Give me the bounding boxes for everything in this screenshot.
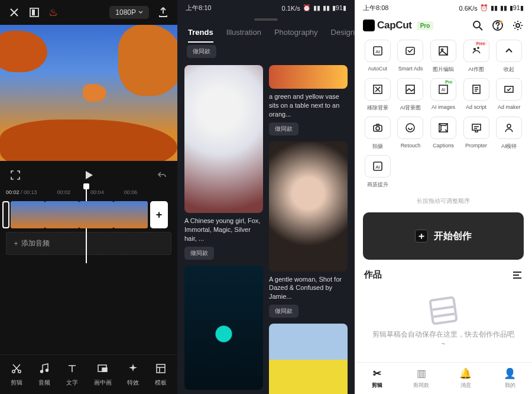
try-chip[interactable]: 做同款 [184,247,214,260]
sort-icon[interactable] [512,270,523,280]
feed-card-woman[interactable]: A gentle woman, Shot for Dazed & Confuse… [269,141,348,318]
grid-tool-enhance[interactable]: AI画质提升 [363,155,392,189]
timeline-tracks[interactable]: + ＋ 添加音频 [0,195,177,263]
grid-label: 图片编辑 [433,66,454,73]
tab-illustration[interactable]: Illustration [226,28,261,43]
grid-tool-prompter[interactable]: Prompter [462,117,491,150]
sheet-handle[interactable] [254,18,278,21]
grid-label: Ad script [466,104,486,110]
grid-label: AI images [432,104,455,110]
video-preview[interactable] [0,25,177,161]
clip-thumb[interactable] [113,201,148,228]
chevron-down-icon [138,10,143,15]
grid-tool-adscript[interactable]: Ad script [462,78,491,112]
bottom-nav: ✂剪辑 ▥剪同款 🔔消息 👤我的 [355,362,532,394]
feed-card-fox[interactable]: A Chinese young girl, Fox, Immortal, Mag… [184,65,263,260]
card-caption: a green and yellow vase sits on a table … [269,92,348,119]
try-chip[interactable]: 做同款 [269,122,299,135]
clip-thumb[interactable] [45,201,79,228]
grid-tool-collapse[interactable]: 收起 [494,40,524,73]
feed-card-vase[interactable]: a green and yellow vase sits on a table … [269,65,348,135]
clip-thumb[interactable] [79,201,113,228]
tool-label: 文字 [66,379,78,387]
tool-pip[interactable]: 画中画 [94,362,112,387]
grid-tool-captions[interactable]: Captions [429,117,458,150]
plus-icon: ＋ [415,230,428,243]
card-image [184,65,263,213]
aspect-icon[interactable] [28,7,40,18]
scissors-icon: ✂ [373,367,381,380]
user-icon: 👤 [504,367,516,380]
nav-edit[interactable]: ✂剪辑 [355,367,399,389]
start-create-button[interactable]: ＋ 开始创作 [363,212,524,260]
nav-profile[interactable]: 👤我的 [488,367,532,389]
resolution-button[interactable]: 1080P [109,6,149,19]
svg-point-4 [40,370,43,373]
grid-label: Retouch [401,143,421,148]
grid-tool-removebg[interactable]: 移除背景 [363,78,392,112]
grid-tool-aiimages[interactable]: AIProAI images [429,78,458,112]
svg-point-29 [406,124,414,132]
flame-icon[interactable]: ♨ [48,6,58,19]
nav-template[interactable]: ▥剪同款 [399,367,443,389]
grid-tool-admaker[interactable]: Ad maker [494,78,524,112]
help-icon[interactable] [492,20,504,31]
play-button[interactable] [83,170,94,180]
feed-card-building[interactable]: Tokyo coloured living, on the street, ye… [269,324,348,394]
clip-thumb[interactable] [11,201,45,228]
settings-icon[interactable] [512,20,524,31]
editor-toolbar: 剪辑 音频 文字 画中画 特效 模板 [0,354,177,394]
pro-badge[interactable]: Pro [417,21,434,30]
card-image [269,141,348,272]
film-icon [429,296,458,325]
text-icon [66,362,79,375]
status-bar: 上午8:08 0.6K/s⏰▮▮▮▮▮91▮ [355,0,532,16]
tool-grid: AIAutoCutSmart Ads图片编辑FreeAI作图收起移除背景AI背景… [355,35,532,193]
grid-tool-shoot[interactable]: 拍摄 [363,117,392,150]
grid-label: AI作图 [468,66,484,73]
grid-tool-aidraw[interactable]: FreeAI作图 [462,40,491,73]
add-clip-button[interactable]: + [150,201,168,228]
clip-handle[interactable] [2,201,9,228]
tab-trends[interactable]: Trends [188,28,213,43]
grid-tool-smartads[interactable]: Smart Ads [396,40,426,73]
status-bar: 上午8:10 0.1K/s ⏰ ▮▮ ▮▮ ▮91▮ [177,0,355,16]
grid-tool-autocut[interactable]: AIAutoCut [363,40,392,73]
video-track[interactable]: + [2,201,175,228]
tool-audio[interactable]: 音频 [38,362,51,387]
signal-icon: ▮▮ [313,4,320,12]
try-chip[interactable]: 做同款 [269,305,299,318]
tool-fx[interactable]: 特效 [126,362,140,387]
nav-messages[interactable]: 🔔消息 [443,367,488,389]
svg-rect-8 [157,364,165,373]
tool-template[interactable]: 模板 [154,362,167,387]
export-icon[interactable] [157,7,169,18]
grid-tool-picedit[interactable]: 图片编辑 [429,40,458,73]
grid-tool-aibg[interactable]: AI背景图 [396,78,426,112]
empty-state: 剪辑草稿会自动保存在这里，快去创作作品吧~ [355,283,532,362]
search-icon[interactable] [472,20,484,31]
tool-cut[interactable]: 剪辑 [10,362,23,387]
add-audio-button[interactable]: ＋ 添加音频 [6,232,171,255]
svg-point-12 [500,21,502,23]
feed-card-tiger[interactable] [184,266,263,390]
tab-photography[interactable]: Photography [274,28,318,43]
grid-tool-aimodel[interactable]: AI模特 [494,117,524,150]
try-chip[interactable]: 做同款 [187,45,216,58]
video-editor-panel: ♨ 1080P 00:02 / 00:13 00:02 00:04 [0,0,177,394]
feed-grid[interactable]: A Chinese young girl, Fox, Immortal, Mag… [177,60,355,394]
grid-label: 画质提升 [367,181,388,189]
tab-design[interactable]: Design [331,28,355,43]
close-icon[interactable] [8,7,20,18]
undo-icon[interactable] [156,169,168,181]
adscript-icon [463,78,489,101]
card-image [269,324,348,394]
tool-text[interactable]: 文字 [66,362,79,387]
card-caption: A Chinese young girl, Fox, Immortal, Mag… [184,217,263,243]
svg-point-20 [478,47,479,49]
grid-label: Captions [433,143,454,148]
grid-label: AI背景图 [400,104,421,112]
capcut-logo-icon [363,20,375,31]
grid-tool-retouch[interactable]: Retouch [396,117,426,150]
fullscreen-icon[interactable] [9,169,21,181]
